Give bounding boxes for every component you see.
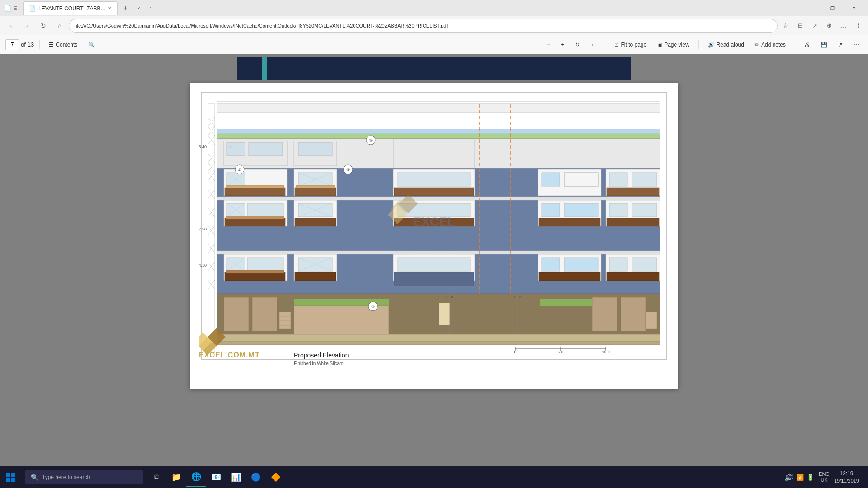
forward-button[interactable]: ›: [20, 19, 34, 33]
header-right-dark: [597, 57, 631, 80]
taskbar-app-edge[interactable]: 🌐: [186, 467, 206, 487]
address-input[interactable]: [69, 19, 778, 33]
svg-rect-97: [225, 272, 285, 281]
clock[interactable]: 12:19 19/11/2019: [834, 470, 859, 484]
taskbar-app-task-view[interactable]: ⧉: [146, 467, 166, 487]
svg-text:3.40: 3.40: [199, 145, 207, 149]
read-aloud-icon: 🔊: [708, 42, 715, 48]
start-button[interactable]: [0, 466, 22, 488]
taskbar-app-6[interactable]: 🔶: [266, 467, 286, 487]
home-button[interactable]: ⌂: [52, 19, 67, 33]
svg-rect-63: [542, 173, 560, 186]
rotate-icon: ↻: [575, 42, 580, 48]
page-of-label: of: [21, 41, 26, 48]
svg-text:REAL ESTATE LTD: REAL ESTATE LTD: [410, 246, 458, 252]
svg-rect-109: [564, 258, 598, 271]
taskbar-app-outlook[interactable]: 📧: [206, 467, 226, 487]
taskbar-app-excel[interactable]: 📊: [226, 467, 246, 487]
settings-icon[interactable]: …: [837, 19, 850, 32]
active-tab[interactable]: 📄 LEVANTE COURT- ZABB... ✕: [23, 1, 118, 15]
svg-rect-112: [609, 258, 627, 271]
svg-text:14.10: 14.10: [199, 263, 207, 267]
browser-window: 📄 ⊟ 📄 LEVANTE COURT- ZABB... ✕ + ‹ › — ❐…: [0, 0, 868, 488]
maximize-icon[interactable]: ⊟: [13, 5, 18, 11]
svg-rect-44: [393, 139, 475, 168]
svg-text:②: ②: [371, 305, 375, 309]
collections-icon[interactable]: ⊟: [794, 19, 807, 32]
taskbar: 🔍 Type here to search ⧉ 📁 🌐 📧 📊 🔵: [0, 466, 868, 488]
search-placeholder: Type here to search: [42, 474, 90, 480]
svg-rect-106: [394, 272, 474, 286]
svg-rect-61: [394, 188, 474, 196]
svg-rect-74: [225, 218, 285, 226]
restore-button[interactable]: ❐: [822, 1, 843, 15]
outlook-icon: 📧: [211, 472, 221, 482]
window-controls: — ❐ ✕: [800, 1, 864, 15]
print-button[interactable]: 🖨: [801, 38, 813, 51]
taskbar-search[interactable]: 🔍 Type here to search: [25, 470, 143, 484]
svg-rect-105: [398, 258, 470, 271]
svg-rect-159: [6, 473, 10, 477]
tab-close-button[interactable]: ✕: [108, 6, 112, 11]
svg-rect-103: [295, 272, 336, 281]
svg-text:10.0: 10.0: [602, 350, 610, 354]
taskbar-app-chrome[interactable]: 🔵: [246, 467, 266, 487]
zoom-out-button[interactable]: −: [543, 38, 554, 51]
svg-rect-68: [607, 188, 659, 196]
rotate-view-button[interactable]: ↻: [571, 38, 583, 51]
close-button[interactable]: ✕: [844, 1, 864, 15]
extensions-icon[interactable]: ⟩: [852, 19, 864, 32]
zoom-out-icon: −: [547, 42, 550, 48]
search-pdf-button[interactable]: 🔍: [85, 38, 99, 51]
svg-rect-91: [607, 218, 659, 226]
fit-width-button[interactable]: ↔: [587, 38, 599, 51]
windows-logo-icon: [6, 473, 15, 482]
contents-button[interactable]: ☰ Contents: [45, 38, 81, 51]
page-number-input[interactable]: [5, 39, 19, 50]
pdf-header-band: [237, 57, 631, 80]
read-aloud-button[interactable]: 🔊 Read aloud: [704, 38, 748, 51]
svg-rect-113: [632, 258, 657, 271]
add-notes-button[interactable]: ✏ Add notes: [751, 38, 789, 51]
excel-app-icon: 📊: [231, 472, 241, 482]
network-icon[interactable]: 📶: [796, 474, 804, 481]
language-selector[interactable]: ENG UK: [819, 471, 830, 483]
share-pdf-button[interactable]: ↗: [835, 38, 846, 51]
more-tools-button[interactable]: ⋯: [850, 38, 863, 51]
proposed-elevation-label: Proposed Elevation: [294, 351, 349, 359]
svg-rect-35: [217, 197, 660, 200]
volume-icon[interactable]: 🔊: [784, 473, 793, 482]
print-icon: 🖨: [804, 42, 810, 48]
fit-to-page-button[interactable]: ⊡ Fit to page: [611, 38, 650, 51]
svg-rect-85: [542, 203, 560, 217]
back-button[interactable]: ‹: [4, 19, 18, 33]
svg-rect-67: [632, 173, 657, 186]
tab-next-button[interactable]: ›: [146, 3, 156, 14]
page-view-button[interactable]: ▣ Page view: [654, 38, 693, 51]
toolbar-divider-3: [698, 40, 699, 49]
address-icons: ☆ ⊟ ↗ ⊕ … ⟩: [779, 19, 864, 32]
svg-rect-86: [564, 203, 598, 217]
svg-rect-57: [295, 188, 336, 196]
show-desktop-button[interactable]: [862, 467, 864, 487]
svg-rect-161: [6, 478, 10, 482]
svg-rect-64: [564, 173, 598, 186]
logo-text: EXCEL.COM.MT: [199, 351, 260, 359]
svg-rect-108: [542, 258, 560, 271]
share-icon[interactable]: ↗: [808, 19, 821, 32]
header-teal-stripe: [262, 57, 267, 80]
excel-logo: EXCEL.COM.MT: [199, 324, 260, 359]
minimize-button[interactable]: —: [800, 1, 821, 15]
tab-prev-button[interactable]: ‹: [134, 3, 145, 14]
header-left-dark: [237, 57, 262, 80]
date-display: 19/11/2019: [834, 478, 859, 484]
feedback-icon[interactable]: ⊕: [823, 19, 835, 32]
refresh-button[interactable]: ↻: [36, 19, 51, 33]
taskbar-app-file-explorer[interactable]: 📁: [166, 467, 186, 487]
save-button[interactable]: 💾: [817, 38, 831, 51]
zoom-in-button[interactable]: +: [557, 38, 568, 51]
favorites-icon[interactable]: ☆: [779, 19, 792, 32]
contents-icon: ☰: [49, 42, 54, 48]
battery-icon[interactable]: 🔋: [807, 474, 814, 481]
new-tab-button[interactable]: +: [119, 2, 132, 14]
